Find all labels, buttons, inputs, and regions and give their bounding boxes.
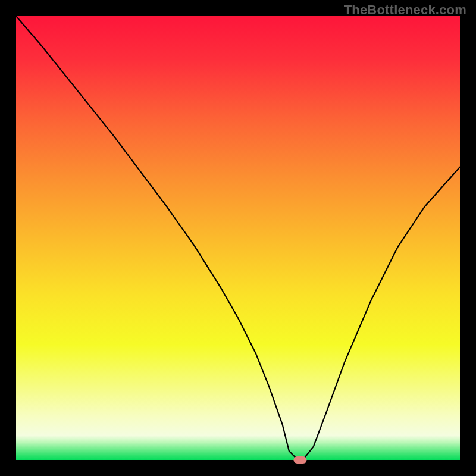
plot-background [16, 16, 460, 460]
chart-container: TheBottleneck.com [0, 0, 476, 476]
watermark-text: TheBottleneck.com [344, 2, 466, 18]
optimal-point-marker [293, 456, 306, 464]
bottleneck-chart [0, 0, 476, 476]
